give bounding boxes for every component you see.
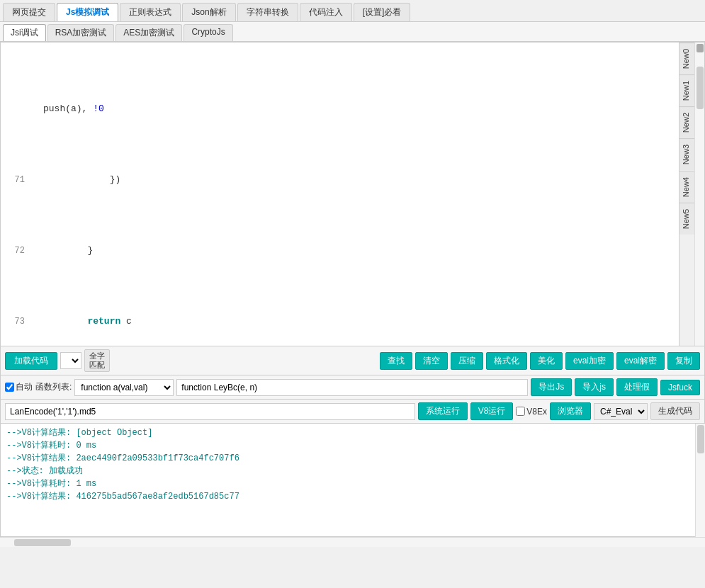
tab-aes[interactable]: AES加密测试 xyxy=(115,24,182,41)
code-line-71: 71 }) xyxy=(1,173,679,187)
tab-jsi[interactable]: Jsi调试 xyxy=(3,24,46,41)
beautify-button[interactable]: 美化 xyxy=(530,352,563,370)
compress-button[interactable]: 压缩 xyxy=(451,352,483,370)
right-tab-new0[interactable]: New0 xyxy=(679,43,694,74)
line-num-73: 73 xyxy=(1,315,30,329)
find-button[interactable]: 查找 xyxy=(380,352,412,370)
tab-webpage[interactable]: 网页提交 xyxy=(3,3,55,21)
code-line-top: push(a), !0 xyxy=(1,102,679,116)
eval-mode-select[interactable]: C#_Eval xyxy=(594,403,648,420)
right-tab-new3[interactable]: New3 xyxy=(679,138,694,170)
tab-settings[interactable]: [设置]必看 xyxy=(354,3,411,21)
tab-rsa[interactable]: RSA加密测试 xyxy=(47,24,115,41)
process-false-button[interactable]: 处理假 xyxy=(616,378,658,396)
copy-button[interactable]: 复制 xyxy=(667,352,700,370)
right-tab-new1[interactable]: New1 xyxy=(679,74,694,106)
auto-checkbox[interactable] xyxy=(5,383,14,392)
generate-code-button[interactable]: 生成代码 xyxy=(650,402,700,420)
code-area[interactable]: push(a), !0 71 }) 72 } 73 retur xyxy=(1,43,679,346)
fn-list-select[interactable]: function a(val,val) xyxy=(74,379,174,396)
tab-js-debug[interactable]: Js模拟调试 xyxy=(57,3,118,21)
code-text-71: }) xyxy=(40,173,679,187)
right-tab-new5[interactable]: New5 xyxy=(679,203,694,234)
console-area[interactable]: -->V8计算结果: [object Object] -->V8计算耗时: 0 … xyxy=(0,424,705,537)
run-v8-button[interactable]: V8运行 xyxy=(470,402,514,420)
h-scrollbar[interactable] xyxy=(0,537,705,547)
tab-code-inject[interactable]: 代码注入 xyxy=(300,3,352,21)
clear-button[interactable]: 清空 xyxy=(415,352,448,370)
toolbar-eval: 系统运行 V8运行 V8Ex 浏览器 C#_Eval 生成代码 xyxy=(0,400,705,424)
console-line-2: -->V8计算结果: 2aec4490f2a09533bf1f73ca4fc70… xyxy=(6,452,690,465)
code-text-72: } xyxy=(40,244,679,258)
import-js-button[interactable]: 导入js xyxy=(575,378,614,396)
toolbar-main: 加载代码 ▼ 全字匹配 查找 清空 压缩 格式化 美化 eval加密 eval解… xyxy=(0,346,705,375)
run-system-button[interactable]: 系统运行 xyxy=(418,402,468,420)
load-code-select[interactable]: ▼ xyxy=(60,352,81,369)
console-line-1: -->V8计算耗时: 0 ms xyxy=(6,439,690,452)
code-line-72: 72 } xyxy=(1,244,679,258)
console-line-5: -->V8计算结果: 416275b5ad567ae8af2edb5167d85… xyxy=(6,490,690,503)
tab-cryptojs[interactable]: CryptoJs xyxy=(184,24,232,41)
fn-list-label: 函数列表: xyxy=(35,381,72,393)
v8ex-checkbox[interactable] xyxy=(516,407,525,416)
tab-str-convert[interactable]: 字符串转换 xyxy=(237,3,298,21)
console-line-0: -->V8计算结果: [object Object] xyxy=(6,426,690,439)
console-line-3: -->状态: 加载成功 xyxy=(6,465,690,477)
expr-input[interactable] xyxy=(5,403,415,420)
tab-regex[interactable]: 正则表达式 xyxy=(120,3,181,21)
code-text: push(a), !0 xyxy=(40,102,679,116)
line-num-72: 72 xyxy=(1,244,30,258)
second-nav: Jsi调试 RSA加密测试 AES加密测试 CryptoJs xyxy=(0,22,705,42)
line-num-71: 71 xyxy=(1,173,30,187)
console-vscrollbar[interactable] xyxy=(695,424,705,537)
code-line-73: 73 return c xyxy=(1,315,679,329)
v8ex-label[interactable]: V8Ex xyxy=(516,407,547,417)
top-nav: 网页提交 Js模拟调试 正则表达式 Json解析 字符串转换 代码注入 [设置]… xyxy=(0,0,705,22)
right-tab-new2[interactable]: New2 xyxy=(679,106,694,138)
eval-encrypt-button[interactable]: eval加密 xyxy=(565,352,614,370)
console-wrapper: -->V8计算结果: [object Object] -->V8计算耗时: 0 … xyxy=(0,424,705,537)
console-line-4: -->V8计算耗时: 1 ms xyxy=(6,477,690,490)
h-scroll-thumb[interactable] xyxy=(14,539,71,546)
export-js-button[interactable]: 导出Js xyxy=(531,378,572,396)
right-tabs: New0 New1 New2 New3 New4 New5 xyxy=(679,43,694,346)
load-code-button[interactable]: 加载代码 xyxy=(5,352,57,370)
eval-decrypt-button[interactable]: eval解密 xyxy=(616,352,665,370)
auto-checkbox-label[interactable]: 自动 xyxy=(5,381,33,393)
toolbar-functions: 自动 函数列表: function a(val,val) 导出Js 导入js 处… xyxy=(0,375,705,400)
tab-json-parse[interactable]: Json解析 xyxy=(182,3,235,21)
auto-label: 自动 xyxy=(16,381,33,393)
browser-button[interactable]: 浏览器 xyxy=(550,402,591,420)
fullscreen-btn[interactable]: 全字匹配 xyxy=(84,349,110,372)
editor-container: push(a), !0 71 }) 72 } 73 retur xyxy=(0,42,705,346)
code-content: push(a), !0 71 }) 72 } 73 retur xyxy=(1,43,679,346)
format-button[interactable]: 格式化 xyxy=(486,352,527,370)
editor-scroll-thumb[interactable] xyxy=(696,67,704,109)
jsfuck-button[interactable]: Jsfuck xyxy=(660,380,700,395)
code-text-73: return c xyxy=(40,315,679,329)
v8ex-text: V8Ex xyxy=(526,407,547,417)
right-tab-new4[interactable]: New4 xyxy=(679,171,694,203)
editor-vscrollbar[interactable] xyxy=(694,43,704,346)
console-scroll-thumb[interactable] xyxy=(697,425,704,453)
fn-display-input[interactable] xyxy=(176,379,528,396)
